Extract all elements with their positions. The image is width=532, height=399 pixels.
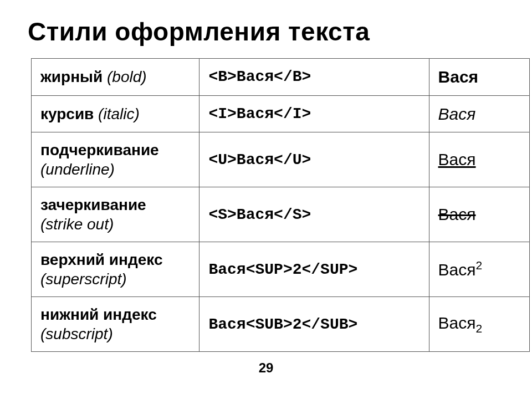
style-result-cell: Вася bbox=[429, 95, 529, 132]
result-text: Вася bbox=[438, 105, 476, 123]
style-name-cell: зачеркивание (strike out) bbox=[32, 187, 200, 242]
style-name-ru: подчеркивание bbox=[40, 141, 159, 158]
table-row: подчеркивание (underline) <U>Вася</U> Ва… bbox=[32, 132, 530, 187]
style-result-cell: Вася bbox=[429, 59, 529, 96]
slide: Стили оформления текста жирный (bold) <B… bbox=[0, 0, 532, 399]
style-result-cell: Вася bbox=[429, 187, 529, 242]
style-name-cell: жирный (bold) bbox=[32, 59, 200, 96]
style-code-cell: Вася<SUP>2</SUP> bbox=[200, 242, 429, 297]
style-name-en: (italic) bbox=[98, 105, 140, 122]
style-name-en: (strike out) bbox=[40, 216, 114, 233]
table-row: нижний индекс (subscript) Вася<SUB>2</SU… bbox=[32, 297, 530, 352]
table-row: курсив (italic) <I>Вася</I> Вася bbox=[32, 95, 530, 132]
result-suffix: 2 bbox=[476, 322, 483, 335]
page-title: Стили оформления текста bbox=[28, 17, 370, 47]
result-text: Вася bbox=[438, 150, 476, 168]
style-name-cell: подчеркивание (underline) bbox=[32, 132, 200, 187]
style-name-ru: зачеркивание bbox=[40, 196, 146, 213]
result-text: Вася bbox=[438, 68, 479, 86]
page-number: 29 bbox=[0, 360, 532, 376]
style-result-cell: Вася2 bbox=[429, 242, 529, 297]
result-text: Вася bbox=[438, 314, 476, 332]
style-name-en: (underline) bbox=[40, 161, 115, 178]
style-result-cell: Вася bbox=[429, 132, 529, 187]
style-result-cell: Вася2 bbox=[429, 297, 529, 352]
style-name-ru: курсив bbox=[40, 105, 94, 122]
style-code-cell: <U>Вася</U> bbox=[200, 132, 429, 187]
styles-table: жирный (bold) <B>Вася</B> Вася курсив (i… bbox=[31, 58, 530, 352]
style-name-ru: жирный bbox=[40, 68, 103, 85]
table-row: жирный (bold) <B>Вася</B> Вася bbox=[32, 59, 530, 96]
style-name-cell: верхний индекс (superscript) bbox=[32, 242, 200, 297]
style-code-cell: <S>Вася</S> bbox=[200, 187, 429, 242]
style-name-cell: нижний индекс (subscript) bbox=[32, 297, 200, 352]
style-code-cell: <I>Вася</I> bbox=[200, 95, 429, 132]
style-name-en: (subscript) bbox=[40, 325, 113, 342]
result-text: Вася bbox=[438, 260, 476, 279]
table-row: зачеркивание (strike out) <S>Вася</S> Ва… bbox=[32, 187, 530, 242]
style-name-en: (bold) bbox=[107, 68, 147, 85]
style-code-cell: <B>Вася</B> bbox=[200, 59, 429, 96]
style-code-cell: Вася<SUB>2</SUB> bbox=[200, 297, 429, 352]
style-name-en: (superscript) bbox=[40, 270, 127, 288]
style-name-ru: нижний индекс bbox=[40, 306, 157, 323]
style-name-cell: курсив (italic) bbox=[32, 95, 200, 132]
result-text: Вася bbox=[438, 205, 476, 223]
table-row: верхний индекс (superscript) Вася<SUP>2<… bbox=[32, 242, 530, 297]
style-name-ru: верхний индекс bbox=[40, 251, 163, 268]
result-suffix: 2 bbox=[476, 259, 483, 272]
